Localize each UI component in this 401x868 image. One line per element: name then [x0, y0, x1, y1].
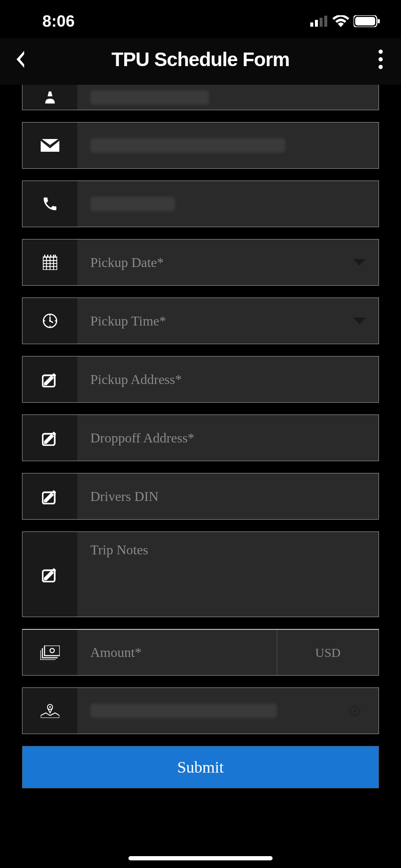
svg-rect-0 [310, 22, 313, 27]
svg-point-13 [49, 326, 50, 327]
drivers-din-input-cell[interactable] [78, 473, 379, 519]
dropoff-address-input-cell[interactable] [78, 415, 379, 461]
pickup-date-input-cell[interactable] [78, 239, 379, 285]
pickup-address-input[interactable] [90, 372, 366, 387]
app-header: TPU Schedule Form [0, 38, 401, 85]
pickup-time-input[interactable] [90, 313, 366, 329]
drivers-din-row [22, 473, 379, 520]
amount-input[interactable] [90, 645, 264, 660]
amount-icon-cell [22, 630, 78, 675]
email-icon-cell [22, 122, 78, 168]
back-button[interactable] [12, 51, 29, 68]
drivers-din-icon-cell [22, 473, 78, 519]
name-input-cell[interactable] [78, 85, 379, 110]
svg-point-11 [49, 315, 50, 316]
phone-field-row [22, 181, 379, 227]
more-dots-icon [379, 50, 383, 54]
more-options-button[interactable] [372, 47, 389, 72]
pickup-address-row [22, 356, 379, 403]
dropoff-address-input[interactable] [90, 430, 366, 446]
trip-notes-row [22, 531, 379, 617]
submit-button[interactable]: Submit [22, 746, 379, 788]
amount-input-cell[interactable] [78, 630, 277, 675]
trip-notes-icon-cell [22, 532, 78, 617]
clock-icon [43, 314, 57, 328]
svg-rect-1 [315, 20, 318, 27]
edit-icon [42, 430, 58, 446]
location-row [22, 687, 379, 734]
name-icon-cell [22, 85, 78, 110]
status-bar: 8:06 [0, 0, 401, 38]
envelope-icon [41, 139, 59, 152]
wifi-icon [332, 15, 349, 27]
svg-rect-19 [45, 645, 60, 656]
trip-notes-input-cell[interactable] [78, 532, 379, 617]
edit-icon [42, 488, 58, 504]
drivers-din-input[interactable] [90, 489, 366, 504]
name-field-row [22, 85, 379, 110]
svg-rect-5 [355, 17, 375, 25]
money-icon [40, 645, 60, 660]
calendar-icon [43, 255, 57, 270]
page-title: TPU Schedule Form [111, 48, 290, 71]
phone-input-cell[interactable] [78, 181, 379, 227]
amount-row: USD [22, 629, 379, 676]
svg-rect-6 [378, 19, 380, 23]
phone-redacted [90, 197, 175, 211]
edit-icon [42, 566, 58, 582]
chevron-left-icon [14, 50, 27, 69]
svg-point-12 [55, 320, 56, 322]
map-pin-icon [41, 704, 59, 718]
status-icons [310, 15, 380, 27]
location-redacted [90, 704, 277, 718]
chevron-down-icon [353, 317, 366, 324]
phone-icon-cell [22, 181, 78, 227]
pickup-address-icon-cell [22, 356, 78, 402]
currency-label: USD [277, 630, 379, 675]
svg-point-20 [50, 648, 54, 653]
pickup-address-input-cell[interactable] [78, 356, 379, 402]
person-icon [43, 90, 57, 105]
home-indicator[interactable] [128, 856, 273, 860]
locate-icon[interactable] [348, 704, 362, 718]
phone-icon [42, 195, 58, 212]
status-time: 8:06 [42, 12, 75, 31]
time-icon-cell [22, 298, 78, 344]
pickup-date-input[interactable] [90, 255, 366, 270]
dropoff-address-row [22, 415, 379, 461]
edit-icon [42, 371, 58, 387]
location-input-cell[interactable] [78, 688, 379, 734]
date-icon-cell [22, 239, 78, 285]
email-input-cell[interactable] [78, 122, 379, 168]
location-icon-cell [22, 688, 78, 734]
cellular-icon [310, 16, 328, 27]
pickup-date-row [22, 239, 379, 286]
battery-icon [354, 15, 380, 27]
svg-rect-3 [324, 16, 327, 27]
trip-notes-input[interactable] [90, 532, 366, 617]
chevron-down-icon [353, 259, 366, 266]
svg-point-24 [353, 709, 356, 712]
schedule-form: USD Submit [0, 85, 401, 788]
name-redacted [90, 90, 209, 105]
pickup-time-row [22, 298, 379, 344]
svg-point-14 [44, 320, 45, 322]
pickup-time-input-cell[interactable] [78, 298, 379, 344]
dropoff-address-icon-cell [22, 415, 78, 461]
email-redacted [90, 138, 285, 153]
svg-rect-2 [320, 18, 323, 27]
email-field-row [22, 122, 379, 169]
svg-point-22 [49, 706, 51, 708]
